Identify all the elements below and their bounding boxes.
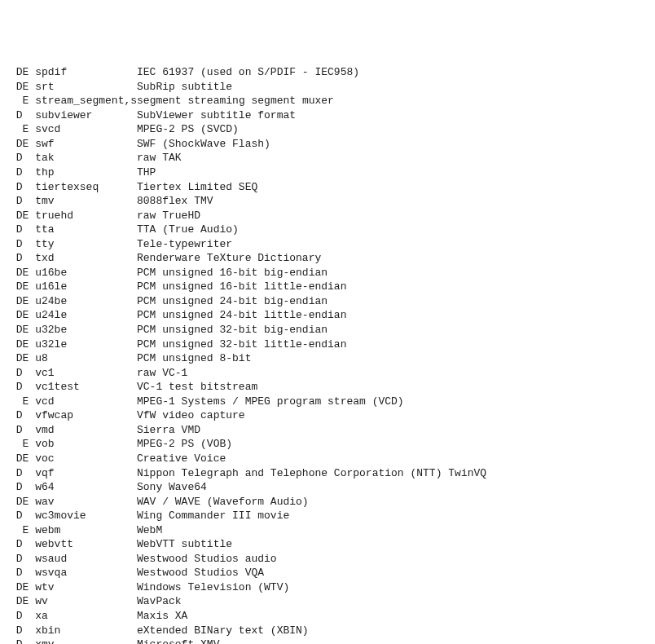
format-row: D thpTHP xyxy=(10,165,645,180)
name-cell: wv xyxy=(35,594,137,609)
desc-cell: eXtended BINary text (XBIN) xyxy=(137,624,309,637)
flags-cell: DE xyxy=(10,280,29,294)
name-cell: u24le xyxy=(35,308,137,323)
name-cell: xbin xyxy=(35,624,137,638)
name-cell: srt xyxy=(35,80,137,95)
format-row: E stream_segment,ssegment streaming segm… xyxy=(10,94,645,108)
desc-cell: MPEG-1 Systems / MPEG program stream (VC… xyxy=(137,395,404,408)
name-cell: thp xyxy=(35,165,137,180)
format-row: DE u24lePCM unsigned 24-bit little-endia… xyxy=(10,308,645,323)
flags-cell: DE xyxy=(10,337,29,352)
format-row: DE u24bePCM unsigned 24-bit big-endian xyxy=(10,294,645,309)
format-row: DE wavWAV / WAVE (Waveform Audio) xyxy=(10,495,645,509)
name-cell: vob xyxy=(35,437,137,452)
name-cell: vmd xyxy=(35,423,137,438)
flags-cell: D xyxy=(10,223,29,237)
flags-cell: D xyxy=(10,566,29,580)
desc-cell: Renderware TeXture Dictionary xyxy=(137,252,321,264)
flags-cell: DE xyxy=(10,137,29,152)
flags-cell: D xyxy=(10,165,29,180)
desc-cell: Tiertex Limited SEQ xyxy=(137,181,257,193)
desc-cell: Sierra VMD xyxy=(137,424,200,436)
desc-cell: Creative Voice xyxy=(137,452,226,465)
flags-cell: D xyxy=(10,408,29,423)
flags-cell: D xyxy=(10,108,29,123)
name-cell: stream_segment,ssegment xyxy=(35,95,181,107)
flags-cell: D xyxy=(10,423,29,438)
desc-cell: Westwood Studios audio xyxy=(137,553,277,565)
flags-cell: E xyxy=(10,523,29,538)
name-cell: tty xyxy=(35,237,137,252)
desc-cell: MPEG-2 PS (VOB) xyxy=(137,438,232,450)
name-cell: wc3movie xyxy=(35,509,137,523)
format-row: DE u8PCM unsigned 8-bit xyxy=(10,351,645,366)
desc-cell: WavPack xyxy=(137,595,182,607)
desc-cell: SubViewer subtitle format xyxy=(137,109,296,121)
format-row: DE spdifIEC 61937 (used on S/PDIF - IEC9… xyxy=(10,65,645,80)
desc-cell: PCM unsigned 24-bit little-endian xyxy=(137,309,346,321)
flags-cell: D xyxy=(10,180,29,195)
format-row: D vmdSierra VMD xyxy=(10,423,645,438)
flags-cell: DE xyxy=(10,308,29,323)
flags-cell: D xyxy=(10,537,29,552)
format-row: DE truehdraw TrueHD xyxy=(10,209,645,223)
name-cell: spdif xyxy=(35,65,137,80)
flags-cell: D xyxy=(10,366,29,381)
flags-cell: DE xyxy=(10,266,29,280)
flags-cell: DE xyxy=(10,452,29,466)
name-cell: u8 xyxy=(35,351,137,366)
format-row: D subviewerSubViewer subtitle format xyxy=(10,108,645,123)
format-row: D takraw TAK xyxy=(10,151,645,165)
flags-cell: D xyxy=(10,509,29,523)
format-row: D wc3movieWing Commander III movie xyxy=(10,509,645,523)
format-row: D xmvMicrosoft XMV xyxy=(10,637,645,644)
desc-cell: Wing Commander III movie xyxy=(137,509,289,522)
name-cell: txd xyxy=(35,251,137,266)
name-cell: tta xyxy=(35,223,137,237)
format-row: D vqfNippon Telegraph and Telephone Corp… xyxy=(10,466,645,481)
flags-cell: DE xyxy=(10,209,29,223)
format-row: DE u32bePCM unsigned 32-bit big-endian xyxy=(10,323,645,337)
flags-cell: DE xyxy=(10,323,29,337)
desc-cell: PCM unsigned 16-bit big-endian xyxy=(137,267,328,279)
flags-cell: D xyxy=(10,251,29,266)
desc-cell: Maxis XA xyxy=(137,610,187,622)
format-row: D xbineXtended BINary text (XBIN) xyxy=(10,624,645,638)
name-cell: vqf xyxy=(35,466,137,481)
name-cell: wtv xyxy=(35,580,137,595)
name-cell: vfwcap xyxy=(35,408,137,423)
format-row: D ttaTTA (True Audio) xyxy=(10,223,645,237)
name-cell: tak xyxy=(35,151,137,165)
desc-cell: WebVTT subtitle xyxy=(137,538,232,550)
format-row: D wsvqaWestwood Studios VQA xyxy=(10,566,645,580)
flags-cell: DE xyxy=(10,495,29,509)
name-cell: tmv xyxy=(35,194,137,209)
desc-cell: PCM unsigned 32-bit little-endian xyxy=(137,338,346,351)
flags-cell: D xyxy=(10,624,29,638)
desc-cell: VfW video capture xyxy=(137,409,245,421)
format-row: D txdRenderware TeXture Dictionary xyxy=(10,251,645,266)
name-cell: u32be xyxy=(35,323,137,337)
format-row: D xaMaxis XA xyxy=(10,609,645,624)
desc-cell: SubRip subtitle xyxy=(137,81,232,93)
desc-cell: WAV / WAVE (Waveform Audio) xyxy=(137,496,309,508)
desc-cell: raw VC-1 xyxy=(137,367,187,379)
name-cell: w64 xyxy=(35,480,137,495)
name-cell: tiertexseq xyxy=(35,180,137,195)
desc-cell: WebM xyxy=(137,524,162,536)
format-row: D wsaudWestwood Studios audio xyxy=(10,552,645,567)
flags-cell: E xyxy=(10,437,29,452)
flags-cell: DE xyxy=(10,580,29,595)
name-cell: u16le xyxy=(35,280,137,294)
name-cell: vcd xyxy=(35,395,137,409)
desc-cell: PCM unsigned 8-bit xyxy=(137,352,251,364)
desc-cell: TTA (True Audio) xyxy=(137,223,239,236)
name-cell: wsvqa xyxy=(35,566,137,580)
format-row: DE srtSubRip subtitle xyxy=(10,80,645,95)
format-row: E svcdMPEG-2 PS (SVCD) xyxy=(10,122,645,137)
desc-cell: Sony Wave64 xyxy=(137,481,207,493)
flags-cell: DE xyxy=(10,351,29,366)
name-cell: u16be xyxy=(35,266,137,280)
name-cell: vc1 xyxy=(35,366,137,381)
flags-cell: DE xyxy=(10,594,29,609)
